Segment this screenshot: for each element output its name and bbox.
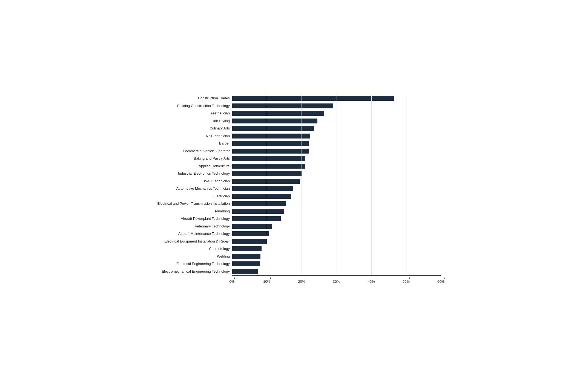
x-tick: 60% bbox=[441, 278, 448, 284]
bar-row bbox=[232, 253, 441, 260]
bar-row bbox=[232, 261, 441, 267]
x-tick: 10% bbox=[267, 278, 274, 284]
bar-row bbox=[232, 133, 441, 139]
bar bbox=[232, 186, 293, 191]
bar-row bbox=[232, 95, 441, 102]
x-tick-line bbox=[305, 278, 305, 279]
bar-row bbox=[232, 170, 441, 177]
bar-label: HVAC Technician bbox=[147, 178, 230, 184]
x-tick-label: 40% bbox=[368, 279, 375, 284]
bar bbox=[232, 126, 314, 131]
bar-label: Welding bbox=[147, 253, 230, 260]
bar bbox=[232, 209, 284, 214]
x-tick-line bbox=[375, 278, 375, 279]
bar bbox=[232, 111, 324, 116]
bar bbox=[232, 141, 309, 146]
bar bbox=[232, 134, 310, 138]
bar-row bbox=[232, 215, 441, 222]
bar-row bbox=[232, 200, 441, 207]
x-tick-line bbox=[444, 278, 445, 279]
x-tick: 20% bbox=[302, 278, 309, 284]
bar-label: Aircraft Maintenance Technology bbox=[147, 230, 230, 237]
x-tick-label: 60% bbox=[437, 279, 444, 284]
bar bbox=[232, 216, 281, 221]
bar bbox=[232, 239, 267, 244]
bar-label: Veterinary Technology bbox=[147, 223, 230, 230]
bar-label: Nail Technician bbox=[147, 133, 230, 139]
x-tick-line bbox=[234, 278, 235, 279]
x-tick-label: 10% bbox=[263, 279, 270, 284]
bar-row bbox=[232, 148, 441, 154]
bar-row bbox=[232, 140, 441, 147]
bar bbox=[232, 246, 262, 251]
bar-row bbox=[232, 238, 441, 245]
bar bbox=[232, 103, 333, 108]
x-tick-label: 0% bbox=[230, 279, 235, 284]
bar bbox=[232, 224, 272, 229]
bar-row bbox=[232, 178, 441, 184]
bar bbox=[232, 96, 394, 101]
bar-row bbox=[232, 246, 441, 252]
bar-row bbox=[232, 103, 441, 109]
bar-row bbox=[232, 155, 441, 162]
bar-row bbox=[232, 125, 441, 132]
bar-label: Plumbing bbox=[147, 208, 230, 215]
bar-row bbox=[232, 163, 441, 169]
x-tick: 0% bbox=[232, 278, 237, 284]
bar-label: Hair Styling bbox=[147, 118, 230, 124]
bar-label: Building Construction Technology bbox=[147, 103, 230, 109]
bar-row bbox=[232, 208, 441, 215]
bar bbox=[232, 164, 305, 169]
x-tick-label: 50% bbox=[403, 279, 410, 284]
bar bbox=[232, 261, 260, 266]
bar bbox=[232, 231, 269, 236]
bar-label: Aircraft Powerplant Technology bbox=[147, 215, 230, 222]
x-tick-line bbox=[270, 278, 271, 279]
bar-row bbox=[232, 118, 441, 124]
bar-label: Electrician bbox=[147, 193, 230, 200]
bar-label: Electrical Engineering Technology bbox=[147, 261, 230, 267]
bar-label: Electrical Equipment Installation & Repa… bbox=[147, 238, 230, 245]
x-tick-line bbox=[409, 278, 410, 279]
bar bbox=[232, 179, 300, 184]
bar bbox=[232, 156, 305, 161]
bar-label: Culinary Arts bbox=[147, 125, 230, 132]
bar-label: Aesthetician bbox=[147, 110, 230, 117]
x-tick: 30% bbox=[337, 278, 344, 284]
bar-row bbox=[232, 268, 441, 275]
bar-label: Baking and Pastry Arts bbox=[147, 155, 230, 162]
x-tick-label: 30% bbox=[333, 279, 340, 284]
bar bbox=[232, 119, 317, 123]
bar-label: Barber bbox=[147, 140, 230, 147]
bar-label: Cosmetology bbox=[147, 246, 230, 252]
bar bbox=[232, 254, 260, 259]
bar-label: Construction Trades bbox=[147, 95, 230, 102]
gridline bbox=[441, 95, 441, 275]
bar bbox=[232, 201, 286, 206]
labels-column: Construction TradesBuilding Construction… bbox=[147, 95, 232, 275]
chart-container: Construction TradesBuilding Construction… bbox=[147, 95, 441, 284]
bar bbox=[232, 171, 302, 176]
bar bbox=[232, 149, 309, 154]
bar-label: Applied Horticulture bbox=[147, 163, 230, 169]
bar-label: Automotive Mechanics Technician bbox=[147, 185, 230, 192]
bars-column bbox=[232, 95, 441, 275]
bar bbox=[232, 269, 258, 274]
bar-label: Electromechanical Engineering Technology bbox=[147, 268, 230, 275]
bar-row bbox=[232, 223, 441, 230]
x-tick-line bbox=[340, 278, 340, 279]
x-axis: 0%10%20%30%40%50%60% bbox=[232, 275, 441, 284]
bar-label: Industrial Electronics Technology bbox=[147, 170, 230, 177]
bar-row bbox=[232, 185, 441, 192]
chart-area: Construction TradesBuilding Construction… bbox=[147, 95, 441, 275]
bar-row bbox=[232, 193, 441, 200]
bar-label: Commercial Vehicle Operator bbox=[147, 148, 230, 154]
x-tick: 40% bbox=[371, 278, 378, 284]
bar-row bbox=[232, 230, 441, 237]
x-tick-label: 20% bbox=[298, 279, 305, 284]
bar bbox=[232, 194, 291, 199]
bar-label: Electrical and Power Transmission Instal… bbox=[147, 200, 230, 207]
x-tick: 50% bbox=[406, 278, 413, 284]
bar-row bbox=[232, 110, 441, 117]
